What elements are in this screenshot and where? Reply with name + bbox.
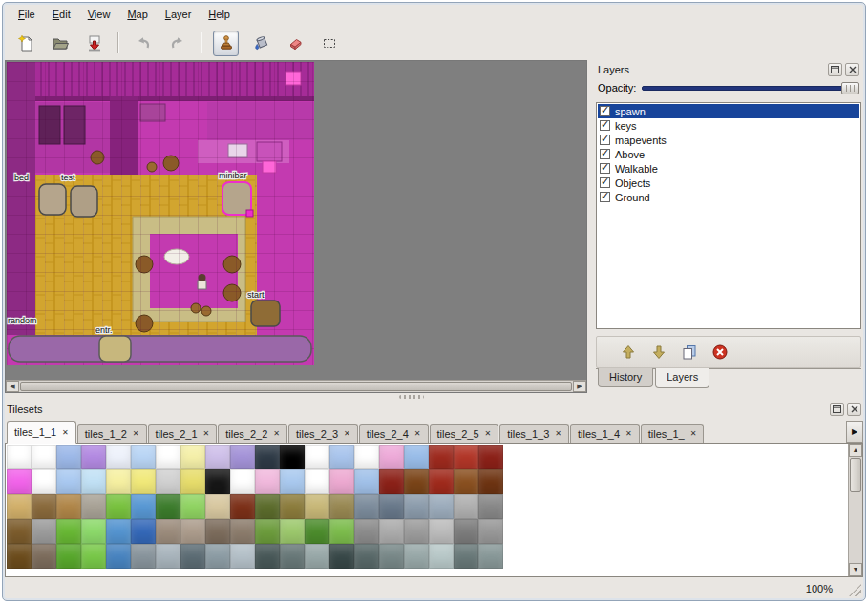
tab-close-icon[interactable]: ✕ [485, 429, 492, 438]
tileset-tile[interactable] [7, 544, 32, 569]
tileset-tile[interactable] [404, 519, 429, 544]
menu-layer[interactable]: Layer [158, 6, 200, 23]
tab-layers[interactable]: Layers [655, 368, 709, 388]
tileset-tile[interactable] [156, 544, 180, 569]
scroll-up-icon[interactable]: ▲ [849, 444, 862, 457]
redo-button[interactable] [164, 31, 190, 56]
tileset-tile[interactable] [106, 469, 131, 494]
layer-row-ground[interactable]: Ground [598, 190, 859, 204]
tileset-tile[interactable] [379, 445, 404, 469]
horizontal-splitter[interactable] [3, 393, 865, 400]
tileset-tile[interactable] [106, 544, 131, 569]
float-panel-button[interactable] [830, 403, 844, 416]
tileset-tile[interactable] [156, 519, 180, 544]
tileset-tab-tiles_1_1[interactable]: tiles_1_1✕ [7, 421, 76, 444]
tileset-tile[interactable] [205, 544, 230, 569]
tab-close-icon[interactable]: ✕ [414, 429, 421, 438]
tileset-tile[interactable] [305, 494, 329, 519]
tileset-tile[interactable] [230, 494, 255, 519]
scroll-left-icon[interactable]: ◀ [6, 381, 19, 392]
tileset-tile[interactable] [454, 469, 478, 494]
tileset-tile[interactable] [81, 519, 106, 544]
tileset-tile[interactable] [354, 469, 379, 494]
tileset-tile[interactable] [454, 544, 478, 569]
map-canvas[interactable]: bed test minibar start entr. random [7, 62, 314, 365]
tileset-tile[interactable] [56, 445, 81, 469]
tab-close-icon[interactable]: ✕ [625, 429, 632, 438]
tileset-tile[interactable] [230, 519, 255, 544]
layer-row-keys[interactable]: keys [598, 118, 859, 133]
vertical-splitter[interactable] [587, 60, 594, 393]
tileset-tile[interactable] [478, 469, 503, 494]
tileset-tile[interactable] [56, 469, 81, 494]
menu-edit[interactable]: Edit [45, 6, 78, 23]
tileset-tab-tiles_2_2[interactable]: tiles_2_2✕ [218, 424, 287, 443]
tileset-tile[interactable] [131, 445, 156, 469]
stamp-tool-button[interactable] [213, 31, 239, 56]
tileset-tile[interactable] [329, 469, 354, 494]
tileset-tile[interactable] [478, 544, 503, 569]
layer-visibility-checkbox[interactable] [600, 149, 610, 159]
tileset-tile[interactable] [180, 544, 205, 569]
tileset-tile[interactable] [404, 469, 429, 494]
tileset-tab-tiles_2_5[interactable]: tiles_2_5✕ [430, 424, 499, 443]
tileset-tile[interactable] [230, 544, 255, 569]
tileset-tile[interactable] [305, 519, 329, 544]
scroll-down-icon[interactable]: ▼ [849, 563, 862, 576]
tileset-tile[interactable] [329, 519, 354, 544]
tileset-tile[interactable] [56, 519, 81, 544]
tab-close-icon[interactable]: ✕ [273, 429, 280, 438]
tileset-tile[interactable] [205, 445, 230, 469]
scroll-right-icon[interactable]: ▶ [573, 381, 586, 392]
tileset-tile[interactable] [404, 544, 429, 569]
tileset-tile[interactable] [205, 519, 230, 544]
tileset-tile[interactable] [280, 544, 305, 569]
map-view[interactable]: bed test minibar start entr. random ◀ ▶ [5, 60, 587, 393]
tileset-tile[interactable] [354, 519, 379, 544]
open-map-button[interactable] [47, 31, 73, 56]
float-panel-button[interactable] [828, 63, 842, 76]
tileset-tab-tiles_1_x[interactable]: tiles_1_✕ [641, 424, 705, 443]
tileset-tile[interactable] [32, 469, 56, 494]
tileset-tile[interactable] [131, 544, 156, 569]
tileset-tile[interactable] [32, 544, 56, 569]
tileset-tile[interactable] [478, 519, 503, 544]
tileset-tile[interactable] [305, 445, 329, 469]
tileset-tile[interactable] [255, 469, 280, 494]
tileset-tile[interactable] [305, 544, 329, 569]
scrollbar-handle[interactable] [850, 458, 861, 492]
menu-file[interactable]: File [11, 6, 43, 23]
tileset-tile[interactable] [404, 445, 429, 469]
tileset-tile[interactable] [404, 494, 429, 519]
menu-map[interactable]: Map [119, 6, 155, 23]
delete-layer-button[interactable] [709, 342, 730, 363]
tileset-tile[interactable] [255, 494, 280, 519]
tileset-tile[interactable] [255, 544, 280, 569]
tab-close-icon[interactable]: ✕ [133, 429, 139, 438]
fill-tool-button[interactable] [247, 31, 273, 56]
tileset-tab-tiles_1_2[interactable]: tiles_1_2✕ [77, 424, 147, 443]
tileset-tile[interactable] [329, 544, 354, 569]
tileset-tile[interactable] [205, 469, 230, 494]
tileset-tile[interactable] [454, 519, 478, 544]
tileset-tile[interactable] [180, 469, 205, 494]
tileset-tab-tiles_2_1[interactable]: tiles_2_1✕ [148, 424, 218, 443]
tileset-tile[interactable] [429, 469, 454, 494]
tileset-tile[interactable] [205, 494, 230, 519]
tileset-tile[interactable] [81, 469, 106, 494]
tab-close-icon[interactable]: ✕ [203, 429, 210, 438]
tileset-tile[interactable] [379, 519, 404, 544]
tileset-tile[interactable] [7, 494, 32, 519]
tileset-tile[interactable] [329, 445, 354, 469]
selection-handle[interactable] [246, 210, 253, 217]
spawn-object-test[interactable] [71, 186, 97, 217]
tileset-tile[interactable] [156, 445, 180, 469]
tileset-tile[interactable] [180, 494, 205, 519]
save-map-button[interactable] [81, 31, 107, 56]
tileset-tile[interactable] [429, 544, 454, 569]
lower-layer-button[interactable] [648, 342, 669, 363]
tileset-tile[interactable] [131, 469, 156, 494]
tileset-tile[interactable] [478, 445, 503, 469]
close-panel-button[interactable] [847, 403, 861, 416]
resize-grip[interactable] [849, 584, 861, 596]
